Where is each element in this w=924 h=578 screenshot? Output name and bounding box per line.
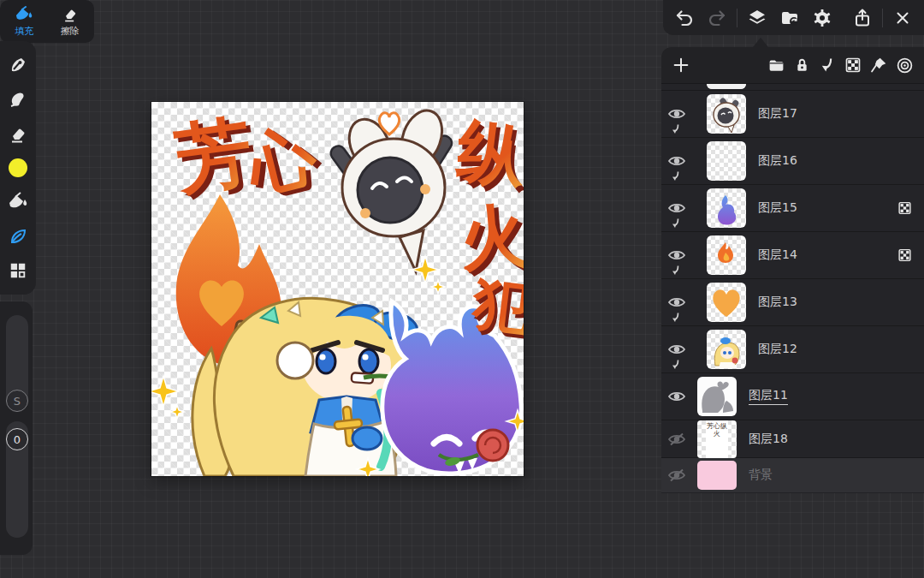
visibility-toggle[interactable] (664, 390, 690, 403)
layer-name: 图层11 (749, 388, 788, 405)
fill-mode-label: 填充 (15, 25, 33, 38)
eraser-icon (61, 6, 80, 23)
leaf-icon (8, 226, 28, 247)
spiral-button[interactable] (891, 50, 917, 80)
layer-thumbnail (707, 235, 746, 275)
eye-icon (667, 390, 686, 403)
undo-button[interactable] (668, 0, 701, 35)
layer-name: 背景 (749, 468, 773, 483)
clip-indicator-icon (671, 170, 681, 182)
clip-down-arrow-icon (819, 57, 836, 74)
layer-row[interactable]: 图层15 (661, 185, 924, 232)
redo-icon (707, 8, 727, 28)
share-icon (852, 8, 873, 28)
lock-icon (794, 57, 810, 74)
close-button[interactable] (886, 0, 919, 35)
visibility-toggle[interactable] (664, 468, 690, 482)
fill-tool-button[interactable] (4, 188, 32, 216)
undo-icon (674, 8, 695, 28)
layers-panel: 图层17 图层16 (661, 47, 924, 493)
title-char: 芳 (169, 106, 257, 205)
add-layer-button[interactable] (668, 50, 694, 80)
mask-checker-icon (844, 57, 862, 74)
pin-icon (870, 57, 887, 74)
opacity-handle-label: 0 (14, 433, 21, 446)
eye-icon (667, 248, 686, 262)
clip-layer-button[interactable] (814, 50, 840, 80)
eraser-tool-button[interactable] (4, 120, 32, 148)
layer-thumbnail (697, 461, 737, 490)
paint-tool-button[interactable] (4, 51, 32, 80)
mask-layer-button[interactable] (840, 50, 866, 80)
layer-thumbnail (707, 84, 746, 89)
layer-name: 图层17 (758, 106, 797, 122)
layer-name: 图层12 (758, 342, 797, 357)
layer-row[interactable]: 芳心纵火 图层18 (661, 420, 924, 458)
pin-layer-button[interactable] (866, 50, 891, 80)
layer-name: 图层16 (758, 153, 797, 169)
eye-icon (667, 201, 686, 215)
import-button[interactable] (773, 0, 806, 35)
artwork-illustration: 芳 芳 心 心 纵 纵 火 火 犯 犯 (151, 102, 524, 476)
share-button[interactable] (846, 0, 879, 35)
layer-row[interactable]: 图层13 (661, 279, 924, 326)
visibility-toggle[interactable] (664, 201, 690, 215)
fill-bucket-icon (7, 192, 29, 212)
layer-row-background[interactable]: 背景 (661, 458, 924, 492)
color-swatch-circle (7, 157, 29, 179)
layer-row-peek[interactable] (661, 84, 924, 91)
visibility-toggle[interactable] (664, 107, 690, 121)
layer-thumbnail (707, 141, 746, 181)
eye-icon (667, 107, 686, 121)
layer-thumbnail (707, 94, 746, 134)
layer-name: 图层13 (758, 295, 797, 310)
layers-icon (747, 8, 767, 28)
layer-thumbnail (697, 377, 737, 416)
bottom-toolbar: 填充 擦除 (0, 0, 94, 43)
layer-row[interactable]: 图层16 (661, 138, 924, 185)
eye-icon (667, 343, 686, 356)
visibility-toggle[interactable] (664, 248, 690, 262)
toolbar-divider (737, 9, 737, 27)
paint-brush-icon (8, 55, 28, 75)
erase-mode-button[interactable]: 擦除 (49, 6, 92, 38)
close-icon (893, 9, 912, 27)
smudge-tool-button[interactable] (4, 86, 32, 114)
lock-layer-button[interactable] (789, 50, 814, 80)
canvas-grid-tool-button[interactable] (4, 256, 32, 284)
settings-button[interactable] (806, 0, 838, 35)
layer-row[interactable]: 图层14 (661, 232, 924, 279)
title-char: 犯 (467, 267, 524, 342)
robot-character (328, 104, 454, 271)
fill-bucket-icon (14, 6, 34, 23)
panel-notch (753, 38, 768, 47)
layer-thumbnail (707, 330, 746, 369)
drawing-canvas[interactable]: 芳 芳 心 心 纵 纵 火 火 犯 犯 (151, 102, 524, 476)
color-swatch-button[interactable] (4, 154, 32, 182)
layers-button[interactable] (741, 0, 773, 35)
visibility-toggle[interactable] (664, 432, 690, 446)
opacity-handle[interactable]: 0 (6, 428, 28, 450)
layer-row[interactable]: 图层17 (661, 91, 924, 138)
brush-size-handle[interactable]: S (6, 390, 28, 412)
layers-header (661, 47, 924, 84)
clip-indicator-icon (671, 123, 681, 134)
clip-indicator-icon (671, 217, 681, 229)
spiral-icon (896, 57, 914, 74)
visibility-toggle[interactable] (664, 154, 690, 168)
top-toolbar (663, 0, 924, 35)
visibility-toggle[interactable] (664, 295, 690, 309)
layer-list: 图层17 图层16 (661, 84, 924, 493)
group-layers-button[interactable] (763, 50, 789, 80)
toolbar-divider (882, 9, 883, 27)
fill-mode-button[interactable]: 填充 (3, 6, 45, 38)
redo-button[interactable] (701, 0, 733, 35)
layer-row[interactable]: 图层12 (661, 326, 924, 373)
eye-icon (667, 295, 686, 309)
mask-indicator-icon (897, 201, 912, 216)
thumbnail-text: 芳心纵火 (706, 420, 728, 438)
visibility-toggle[interactable] (664, 343, 690, 356)
vector-leaf-tool-button[interactable] (4, 222, 32, 250)
layer-row-selected[interactable]: 图层11 (661, 373, 924, 420)
clip-indicator-icon (671, 359, 681, 370)
